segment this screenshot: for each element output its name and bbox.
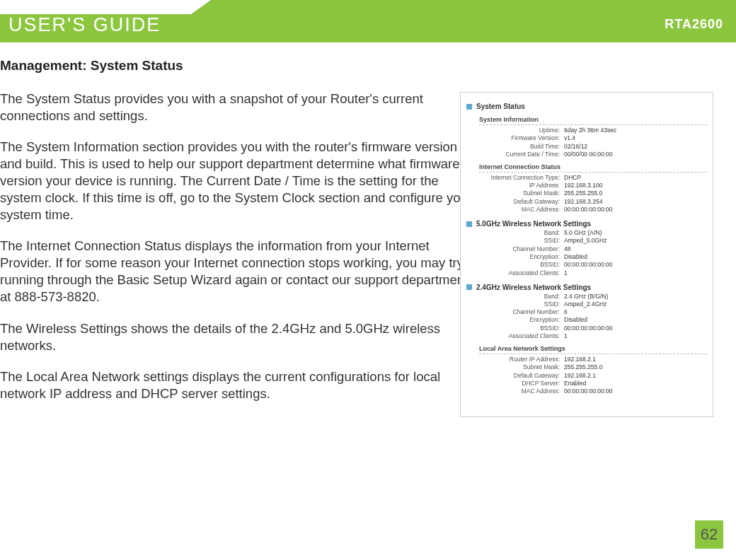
ss-row-value: 1 bbox=[564, 269, 568, 276]
ss-row-value: DHCP bbox=[564, 174, 581, 181]
ss-row: Uptime:6day 2h 36m 43sec bbox=[486, 127, 707, 134]
ss-row-value: 48 bbox=[564, 245, 570, 252]
ss-main-title: System Status bbox=[466, 103, 707, 110]
ss-row: Encryption:Disabled bbox=[486, 253, 707, 260]
ss-row: Subnet Mask:255.255.255.0 bbox=[486, 189, 707, 197]
ss-row-label: MAC Address: bbox=[486, 206, 564, 213]
ss-row: SSID:Amped_5.0GHz bbox=[486, 237, 707, 244]
ss-row: Internet Connection Type:DHCP bbox=[486, 174, 707, 181]
ss-row-label: BSSID: bbox=[486, 261, 564, 268]
page-number: 62 bbox=[695, 520, 723, 549]
ss-row-label: SSID: bbox=[486, 237, 564, 244]
ss-row: Associated Clients:1 bbox=[486, 269, 707, 276]
ss-row: BSSID:00:00:00:00:00:00 bbox=[486, 325, 707, 332]
ss-row-value: Disabled bbox=[564, 253, 587, 260]
ss-row: MAC Address:00:00:00:00:00:00 bbox=[486, 206, 707, 213]
ss-row: SSID:Amped_2.4GHz bbox=[486, 301, 707, 308]
ss-row-label: Band: bbox=[486, 293, 564, 300]
ss-row: BSSID:00:00:00:00:00:00 bbox=[486, 261, 707, 268]
model-number: RTA2600 bbox=[665, 17, 723, 32]
ss-row: DHCP Server:Enabled bbox=[486, 380, 707, 387]
ss-row: Router IP Address:192.168.2.1 bbox=[486, 356, 707, 363]
ss-row-value: 00:00:00:00:00:00 bbox=[564, 387, 613, 395]
ss-row-label: IP Address: bbox=[486, 182, 564, 189]
ss-body: System InformationUptime:6day 2h 36m 43s… bbox=[466, 116, 707, 395]
paragraph: The System Information section provides … bbox=[0, 139, 474, 223]
paragraph: The Wireless Settings shows the details … bbox=[0, 320, 474, 354]
ss-row-label: Encryption: bbox=[486, 253, 564, 260]
ss-row-label: Build Time: bbox=[486, 143, 564, 150]
ss-group-heading: Local Area Network Settings bbox=[479, 345, 707, 354]
ss-row: Current Date / Time:00/00/00 00:00:00 bbox=[486, 151, 707, 158]
ss-row-label: SSID: bbox=[486, 301, 564, 308]
content: Management: System Status The System Sta… bbox=[0, 42, 736, 402]
ss-row-value: 192.168.3.100 bbox=[564, 182, 602, 189]
ss-row: Default Gateway:192.168.2.1 bbox=[486, 372, 707, 379]
ss-row-value: 2.4 GHz (B/G/N) bbox=[564, 293, 608, 300]
ss-row-label: DHCP Server: bbox=[486, 380, 564, 387]
ss-row: Band:5.0 GHz (A/N) bbox=[486, 229, 707, 236]
ss-row-value: Amped_5.0GHz bbox=[564, 237, 606, 244]
paragraph: The System Status provides you with a sn… bbox=[0, 91, 474, 124]
ss-row-value: 00:00:00:00:00:00 bbox=[564, 325, 613, 332]
ss-row-label: Current Date / Time: bbox=[486, 151, 564, 158]
ss-row: Default Gateway:192.168.3.254 bbox=[486, 198, 707, 205]
ss-row-label: Default Gateway: bbox=[486, 198, 564, 205]
ss-group-title: 2.4GHz Wireless Network Settings bbox=[466, 284, 707, 291]
body-wrapper: The System Status provides you with a sn… bbox=[0, 91, 713, 402]
ss-row-label: MAC Address: bbox=[486, 387, 564, 395]
ss-row-value: 192.168.3.254 bbox=[564, 198, 602, 205]
ss-row-label: Band: bbox=[486, 229, 564, 236]
ss-row-value: 6day 2h 36m 43sec bbox=[564, 127, 616, 134]
header: USER'S GUIDE RTA2600 bbox=[0, 0, 736, 42]
ss-row-label: Internet Connection Type: bbox=[486, 174, 564, 181]
ss-group-label: 5.0GHz Wireless Network Settings bbox=[476, 220, 591, 228]
ss-row-value: 00/00/00 00:00:00 bbox=[564, 151, 613, 158]
ss-row-value: Disabled bbox=[564, 316, 587, 323]
doc-title: USER'S GUIDE bbox=[8, 14, 161, 36]
ss-row-value: Amped_2.4GHz bbox=[564, 301, 606, 308]
ss-row-value: 6 bbox=[564, 308, 568, 315]
ss-row-label: Encryption: bbox=[486, 316, 564, 323]
ss-row-value: 00:00:00:00:00:00 bbox=[564, 261, 613, 268]
ss-row: Channel Number:48 bbox=[486, 245, 707, 252]
ss-row: IP Address:192.168.3.100 bbox=[486, 182, 707, 189]
section-title: Management: System Status bbox=[0, 58, 713, 74]
bullet-icon bbox=[466, 221, 472, 227]
ss-row-label: Associated Clients: bbox=[486, 332, 564, 339]
ss-row: Channel Number:6 bbox=[486, 308, 707, 315]
ss-row-value: v1.4 bbox=[564, 134, 575, 141]
ss-row: Build Time:02/16/12 bbox=[486, 143, 707, 150]
ss-row-label: Uptime: bbox=[486, 127, 564, 134]
ss-row-value: 255.255.255.0 bbox=[564, 363, 602, 371]
ss-row: Firmware Version:v1.4 bbox=[486, 134, 707, 141]
ss-row-value: 192.168.2.1 bbox=[564, 356, 596, 363]
ss-row: Encryption:Disabled bbox=[486, 316, 707, 323]
header-notch bbox=[0, 0, 191, 14]
ss-group-label: 2.4GHz Wireless Network Settings bbox=[476, 284, 591, 291]
ss-main-label: System Status bbox=[476, 103, 525, 110]
ss-row-value: Enabled bbox=[564, 380, 586, 387]
ss-row-value: 5.0 GHz (A/N) bbox=[564, 229, 602, 236]
ss-row-label: Default Gateway: bbox=[486, 372, 564, 379]
ss-row-label: Associated Clients: bbox=[486, 269, 564, 276]
ss-row-value: 00:00:00:00:00:00 bbox=[564, 206, 613, 213]
header-notch-angle bbox=[191, 0, 211, 14]
ss-row-label: Router IP Address: bbox=[486, 356, 564, 363]
paragraph: The Internet Connection Status displays … bbox=[0, 238, 474, 305]
bullet-icon bbox=[466, 284, 472, 290]
ss-row-label: Channel Number: bbox=[486, 308, 564, 315]
ss-row-label: Subnet Mask: bbox=[486, 363, 564, 371]
ss-row-label: Subnet Mask: bbox=[486, 189, 564, 197]
ss-group-heading: Internet Connection Status bbox=[479, 163, 707, 173]
router-screenshot: System Status System InformationUptime:6… bbox=[460, 92, 713, 417]
ss-row: Subnet Mask:255.255.255.0 bbox=[486, 363, 707, 371]
bullet-icon bbox=[466, 104, 472, 110]
text-column: The System Status provides you with a sn… bbox=[0, 91, 474, 402]
ss-group-title: 5.0GHz Wireless Network Settings bbox=[466, 220, 707, 228]
ss-row-value: 1 bbox=[564, 332, 568, 339]
ss-row: MAC Address:00:00:00:00:00:00 bbox=[486, 387, 707, 395]
ss-row: Band:2.4 GHz (B/G/N) bbox=[486, 293, 707, 300]
ss-row-label: Firmware Version: bbox=[486, 134, 564, 141]
ss-row-label: Channel Number: bbox=[486, 245, 564, 252]
